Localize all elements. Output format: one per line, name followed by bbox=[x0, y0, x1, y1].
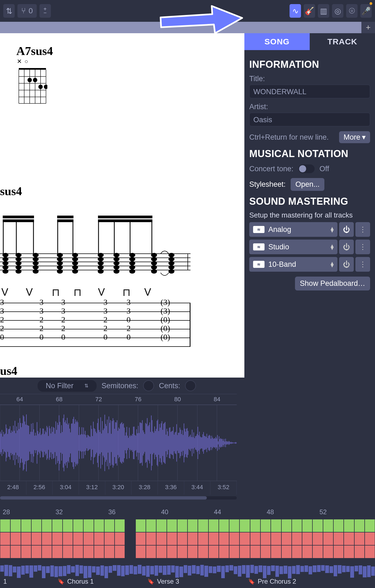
chevron-up-down-icon: ▴▾ bbox=[331, 227, 334, 232]
svg-point-69 bbox=[113, 257, 119, 261]
piano-view-button[interactable]: ▥ bbox=[318, 4, 329, 18]
more-menu-button[interactable]: ⋮ bbox=[355, 222, 370, 237]
broadcast-button[interactable]: ⦾ bbox=[346, 4, 358, 18]
power-button[interactable]: ⏻ bbox=[339, 257, 354, 272]
svg-point-41 bbox=[33, 265, 39, 270]
svg-rect-395 bbox=[236, 442, 236, 444]
semitones-knob[interactable] bbox=[143, 380, 154, 391]
svg-point-63 bbox=[98, 253, 104, 257]
artist-input[interactable]: Oasis bbox=[249, 113, 370, 126]
svg-rect-367 bbox=[213, 439, 214, 447]
mastering-select[interactable]: ≋ Studio ▴▾ bbox=[249, 240, 337, 254]
svg-rect-261 bbox=[127, 427, 127, 459]
svg-rect-271 bbox=[135, 435, 135, 451]
tab-song[interactable]: SONG bbox=[244, 33, 310, 50]
drums-view-button[interactable]: ◎ bbox=[332, 4, 343, 18]
mastering-select[interactable]: ≋ Analog ▴▾ bbox=[249, 222, 337, 237]
svg-rect-185 bbox=[64, 422, 65, 464]
svg-rect-135 bbox=[24, 416, 24, 469]
concert-tone-toggle[interactable] bbox=[298, 164, 315, 173]
track-strip[interactable] bbox=[0, 22, 361, 33]
svg-rect-353 bbox=[202, 437, 202, 448]
svg-point-65 bbox=[98, 261, 104, 265]
svg-rect-149 bbox=[35, 433, 36, 453]
svg-rect-168 bbox=[51, 433, 51, 452]
svg-rect-378 bbox=[222, 439, 223, 447]
svg-rect-236 bbox=[106, 426, 107, 460]
svg-rect-389 bbox=[231, 442, 232, 444]
svg-rect-214 bbox=[88, 435, 89, 451]
svg-rect-283 bbox=[145, 434, 145, 452]
svg-rect-112 bbox=[5, 433, 5, 452]
track-row-2[interactable] bbox=[0, 532, 375, 545]
svg-rect-176 bbox=[57, 423, 58, 463]
newline-hint: Ctrl+Return for new line. bbox=[249, 133, 329, 142]
broadcast-icon: ⦾ bbox=[349, 7, 355, 16]
svg-rect-173 bbox=[55, 434, 55, 452]
svg-rect-267 bbox=[131, 436, 132, 450]
waveform-icon: ∿ bbox=[292, 7, 299, 16]
svg-rect-204 bbox=[80, 435, 81, 451]
svg-rect-393 bbox=[234, 442, 235, 443]
svg-rect-200 bbox=[77, 421, 77, 465]
svg-rect-199 bbox=[76, 422, 76, 464]
svg-rect-145 bbox=[32, 432, 32, 454]
score-area[interactable]: A7sus4 ✕○ sus4 bbox=[0, 33, 244, 378]
svg-rect-178 bbox=[59, 415, 59, 471]
mastering-select[interactable]: ≋ 10-Band ▴▾ bbox=[249, 257, 337, 272]
semitones-label: Semitones: bbox=[102, 382, 138, 390]
svg-rect-119 bbox=[11, 433, 11, 453]
track-row-1[interactable] bbox=[0, 519, 375, 532]
svg-rect-116 bbox=[8, 429, 9, 457]
svg-rect-360 bbox=[207, 438, 208, 448]
svg-rect-162 bbox=[46, 432, 46, 454]
dropdown-button[interactable]: ⇅ bbox=[3, 4, 15, 18]
svg-rect-302 bbox=[160, 428, 161, 458]
svg-point-53 bbox=[72, 257, 78, 261]
svg-rect-131 bbox=[20, 423, 21, 463]
svg-rect-277 bbox=[140, 422, 140, 464]
more-button[interactable]: More ▾ bbox=[339, 131, 370, 143]
svg-rect-191 bbox=[69, 428, 70, 457]
add-track-button[interactable]: + bbox=[361, 22, 375, 33]
power-button[interactable]: ⏻ bbox=[339, 240, 354, 254]
cents-knob[interactable] bbox=[185, 380, 196, 391]
tab-track[interactable]: TRACK bbox=[310, 33, 375, 50]
svg-rect-385 bbox=[228, 442, 228, 444]
tuning-fork-button[interactable]: ⑂ 0 bbox=[17, 4, 37, 18]
mic-button[interactable]: 🎤 bbox=[360, 4, 372, 18]
guitar-view-button[interactable]: 🎸 bbox=[304, 4, 315, 18]
svg-rect-160 bbox=[44, 434, 45, 452]
svg-rect-351 bbox=[200, 437, 201, 449]
svg-rect-190 bbox=[69, 423, 69, 463]
power-button[interactable]: ⏻ bbox=[339, 222, 354, 237]
filter-dropdown[interactable]: No Filter ⇅ bbox=[38, 380, 97, 392]
svg-rect-340 bbox=[191, 437, 192, 449]
svg-rect-320 bbox=[175, 433, 175, 454]
svg-rect-312 bbox=[168, 436, 169, 450]
waveform[interactable] bbox=[0, 405, 237, 481]
svg-rect-275 bbox=[138, 426, 139, 460]
track-row-3[interactable] bbox=[0, 545, 375, 558]
svg-rect-159 bbox=[43, 429, 44, 457]
increment-button[interactable]: +− bbox=[39, 4, 51, 18]
svg-rect-381 bbox=[225, 442, 225, 444]
waveform-view-button[interactable]: ∿ bbox=[290, 4, 301, 18]
title-input[interactable]: WONDERWALL bbox=[249, 85, 370, 98]
more-menu-button[interactable]: ⋮ bbox=[355, 240, 370, 254]
svg-rect-202 bbox=[78, 435, 79, 451]
svg-rect-315 bbox=[171, 432, 171, 454]
svg-rect-194 bbox=[72, 423, 72, 462]
svg-rect-263 bbox=[128, 438, 129, 448]
svg-point-79 bbox=[151, 257, 157, 261]
more-menu-button[interactable]: ⋮ bbox=[355, 257, 370, 272]
svg-rect-198 bbox=[75, 419, 76, 467]
show-pedalboard-button[interactable]: Show Pedalboard… bbox=[295, 277, 370, 290]
svg-rect-177 bbox=[58, 425, 59, 461]
audio-scrollbar[interactable] bbox=[0, 496, 237, 500]
svg-point-37 bbox=[16, 269, 21, 274]
mastering-row-2: ≋ 10-Band ▴▾ ⏻ ⋮ bbox=[249, 257, 370, 272]
concert-tone-state: Off bbox=[319, 165, 329, 173]
mini-waveform[interactable] bbox=[0, 562, 375, 575]
stylesheet-open-button[interactable]: Open... bbox=[291, 178, 325, 191]
